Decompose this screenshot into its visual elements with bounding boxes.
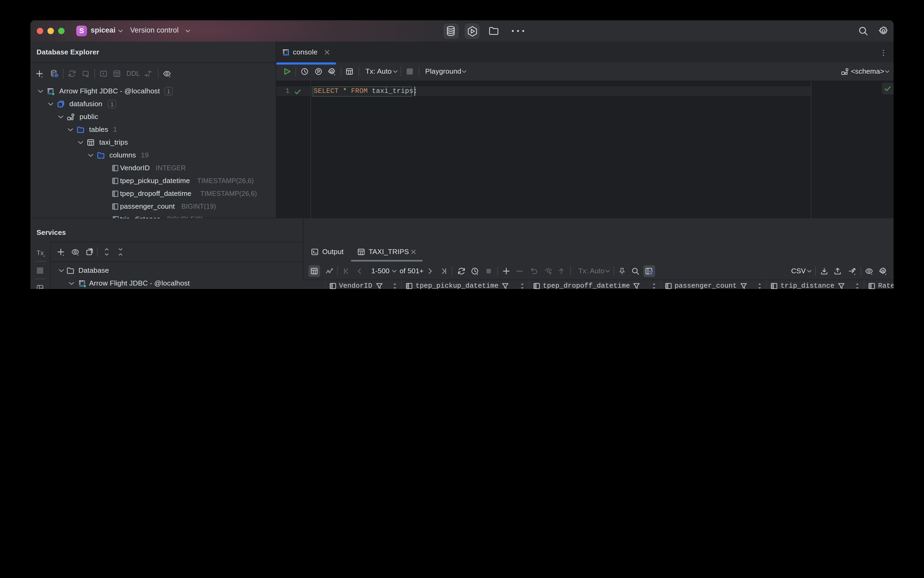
svg-text:Tx: Tx xyxy=(37,249,44,257)
